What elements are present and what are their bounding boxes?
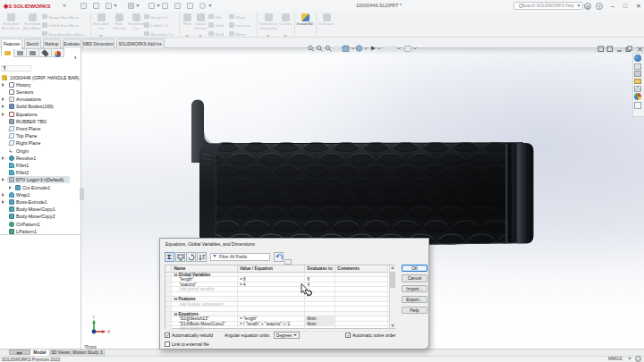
svg-text:X: X	[107, 329, 111, 334]
svg-text:Y: Y	[92, 315, 96, 320]
